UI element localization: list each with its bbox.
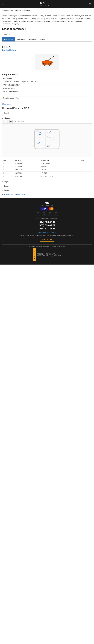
diagram-svg: 1 2 3 4 5 ID: [7, 125, 87, 156]
show-more-link[interactable]: Show More: [2, 103, 11, 105]
col-description: Description: [40, 159, 81, 162]
bagger-parts-table: Find Article No. Description Qty. 🔍 1 58…: [2, 159, 92, 178]
footer-email[interactable]: info@motocentre.com.ua: [2, 232, 92, 233]
ipl-group-label-engine1: Engine: [4, 181, 9, 183]
footer-copyright: © 2023 Husqvarna – Продаж мототехніки та…: [2, 246, 92, 247]
svg-rect-9: [45, 60, 49, 61]
mc-circle-orange: [51, 207, 54, 210]
find-icon-1[interactable]: 🔍 1: [3, 162, 14, 164]
map-button[interactable]: 🗺 Ми на мапі: [40, 238, 54, 242]
footer-phone-2[interactable]: (067) 820 07 07: [2, 224, 92, 227]
ipl-group-mower-deck[interactable]: ▾ Mower deck / cutting deck: [2, 192, 92, 196]
table-row: 🔍 1 587292301 GRASSBAG 1: [2, 162, 92, 165]
footer-phone-3[interactable]: (050) 737 86 33: [2, 227, 92, 230]
brand-tabs: Husqvarna Jonsered Gardena Flymo: [2, 37, 92, 42]
part-name: MAINTENANCE KIT B&S: [2, 84, 92, 87]
qty-cell: 1: [81, 165, 92, 168]
facebook-icon[interactable]: f: [36, 212, 40, 216]
logo-main-text: МС: [40, 2, 45, 5]
zoom-label: D <ENTER> zoom: [14, 120, 24, 122]
footer-logo-sub: MOTOCENTRE: [2, 204, 92, 206]
product-name: LC 247S: [2, 46, 92, 48]
breadcrumb-home[interactable]: Головна: [2, 10, 9, 12]
svg-text:ID: ID: [36, 130, 37, 132]
ipl-group-label-engine2: Engine: [4, 185, 9, 187]
desc-cell: GRASSBAG: [40, 162, 81, 165]
svg-rect-10: [51, 62, 53, 63]
svg-text:1: 1: [40, 133, 40, 134]
col-find: Find: [2, 159, 14, 162]
ipl-search-input[interactable]: [2, 111, 92, 115]
part-name: AIR FILTER ELEMENT: [2, 90, 92, 93]
table-row: 🔍 3 588188502 HANDLE 1: [2, 168, 92, 172]
instagram-icon[interactable]: 📷: [42, 212, 46, 216]
mastercard-icon: [49, 207, 54, 210]
svg-line-25: [41, 134, 53, 139]
svg-rect-11: [35, 130, 59, 149]
find-icon-5[interactable]: 🔍 5: [3, 176, 14, 177]
catalog-search-input[interactable]: [2, 32, 92, 37]
telegram-icon[interactable]: ✈: [54, 212, 58, 216]
frequent-parts-title: Frequent Parts: [2, 73, 92, 76]
qty-cell: 1: [81, 172, 92, 175]
desc-cell: FRAME: [40, 165, 81, 168]
find-cell: 🔍 4: [2, 172, 14, 175]
footer-phone-1[interactable]: (044) 383 62 42: [2, 221, 92, 224]
part-name: AIR FILTER: [2, 93, 92, 96]
search-icon[interactable]: 🔍: [89, 2, 92, 6]
footer-logo-main: МС: [2, 202, 92, 204]
find-icon-3[interactable]: 🔍 3: [3, 169, 14, 171]
ipl-group-engine2[interactable]: ▾ Engine: [2, 184, 92, 188]
ipl-group-handle[interactable]: ▾ Handle: [2, 188, 92, 192]
svg-line-2: [49, 57, 53, 60]
zoom-in-button[interactable]: +: [6, 120, 9, 123]
find-icon-2[interactable]: 🔍 2: [3, 166, 14, 168]
menu-icon[interactable]: ☰: [2, 2, 4, 6]
product-image: [35, 54, 59, 70]
col-qty: Qty.: [81, 159, 92, 162]
social-icons: f 📷 📱 ✈: [2, 212, 92, 216]
article-cell: 588188502: [14, 168, 40, 172]
site-header: ☰ МС MOTOCENTRE 🔍: [0, 0, 94, 8]
footer-logo: МС MOTOCENTRE: [2, 202, 92, 206]
find-cell: 🔍 2: [2, 165, 14, 168]
chevron-down-icon: ▾: [2, 181, 3, 183]
table-row: AIR FILTER: [2, 93, 92, 96]
download-link[interactable]: Download Options: [2, 49, 92, 51]
article-cell: 587292301: [14, 162, 40, 165]
viber-icon[interactable]: 📱: [48, 212, 52, 216]
svg-text:3: 3: [54, 138, 54, 140]
zoom-reset-button[interactable]: ⊙: [9, 120, 13, 123]
ipl-group-bagger: ▲ Bagger − + ⊙ D <ENTER> zoom 1 2: [2, 116, 92, 178]
product-section: LC 247S Download Options: [0, 44, 94, 73]
brand-tab-husqvarna[interactable]: Husqvarna: [2, 37, 15, 42]
desc-cell: SCREW ITXPANT: [40, 175, 81, 178]
chevron-down-icon: ▾: [2, 185, 3, 187]
svg-text:2: 2: [49, 132, 50, 133]
ipl-diagram: 1 2 3 4 5 ID: [2, 124, 92, 157]
brand-tab-gardena[interactable]: Gardena: [27, 37, 38, 42]
frequent-parts-table: DESCRIPTION SERVICE KIT Husqvarna Engine…: [2, 77, 92, 100]
table-row: 🔍 5 502435301 SCREW ITXPANT 1: [2, 175, 92, 178]
footer-address: Київська обл., Києво-Святошинський р-н, …: [2, 235, 92, 237]
col-article: Article No.: [14, 159, 40, 162]
find-icon-4[interactable]: 🔍 4: [3, 172, 14, 174]
svg-text:4: 4: [38, 142, 39, 144]
table-row: 🔍 4 588188402 HANDLE 1: [2, 172, 92, 175]
logo-sub-text: MOTOCENTRE: [40, 5, 53, 6]
svg-line-24: [41, 132, 49, 134]
ipl-group-engine1[interactable]: ▾ Engine: [2, 180, 92, 184]
find-cell: 🔍 5: [2, 175, 14, 178]
chevron-down-icon: ▾: [2, 189, 3, 191]
brand-tab-flymo[interactable]: Flymo: [38, 37, 48, 42]
footer-phones: (044) 383 62 42 (067) 820 07 07 (050) 73…: [2, 221, 92, 230]
map-button-label: Ми на мапі: [44, 239, 52, 241]
payment-icons: VISA: [2, 207, 92, 210]
zoom-out-button[interactable]: −: [2, 120, 5, 123]
catalog-title: Каталог запчастин: [2, 28, 92, 30]
article-cell: 502435301: [14, 175, 40, 178]
ipl-group-header-bagger[interactable]: ▲ Bagger: [2, 116, 92, 120]
brand-tab-jonsered[interactable]: Jonsered: [15, 37, 27, 42]
ipl-section: Illustrated Parts List (IPL) ▲ Bagger − …: [0, 107, 94, 198]
partner-text: ГЛЯНЕЦЬ: ІНТЕРНЕТ-МАГАЗИНИ МАРКЕТИНГ. СУ…: [37, 253, 61, 256]
